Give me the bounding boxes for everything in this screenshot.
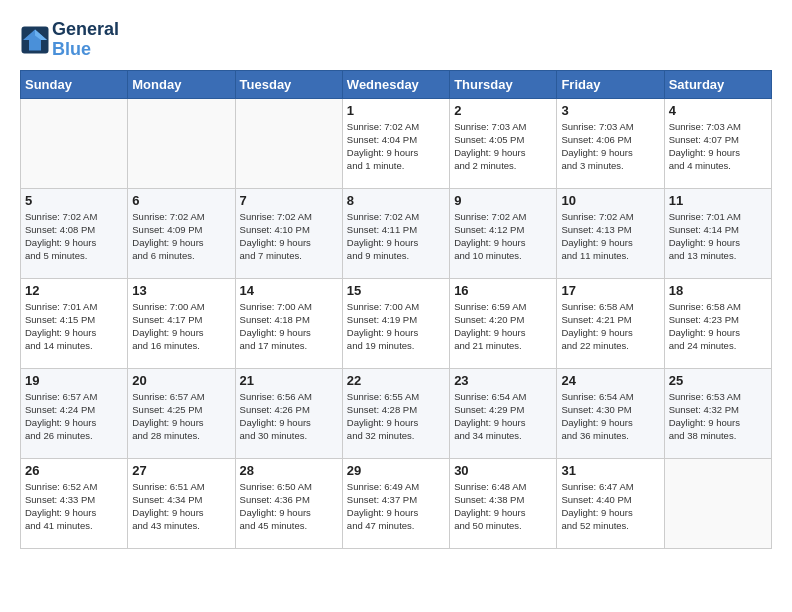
calendar-day-16: 16Sunrise: 6:59 AM Sunset: 4:20 PM Dayli…: [450, 278, 557, 368]
calendar-day-7: 7Sunrise: 7:02 AM Sunset: 4:10 PM Daylig…: [235, 188, 342, 278]
day-info: Sunrise: 7:03 AM Sunset: 4:06 PM Dayligh…: [561, 120, 659, 173]
calendar-day-empty: [128, 98, 235, 188]
day-number: 1: [347, 103, 445, 118]
calendar-day-empty: [21, 98, 128, 188]
calendar-day-18: 18Sunrise: 6:58 AM Sunset: 4:23 PM Dayli…: [664, 278, 771, 368]
day-number: 21: [240, 373, 338, 388]
calendar-table: SundayMondayTuesdayWednesdayThursdayFrid…: [20, 70, 772, 549]
day-number: 13: [132, 283, 230, 298]
day-info: Sunrise: 6:47 AM Sunset: 4:40 PM Dayligh…: [561, 480, 659, 533]
calendar-week-row: 19Sunrise: 6:57 AM Sunset: 4:24 PM Dayli…: [21, 368, 772, 458]
calendar-day-9: 9Sunrise: 7:02 AM Sunset: 4:12 PM Daylig…: [450, 188, 557, 278]
calendar-week-row: 26Sunrise: 6:52 AM Sunset: 4:33 PM Dayli…: [21, 458, 772, 548]
weekday-header-sunday: Sunday: [21, 70, 128, 98]
day-number: 27: [132, 463, 230, 478]
calendar-day-1: 1Sunrise: 7:02 AM Sunset: 4:04 PM Daylig…: [342, 98, 449, 188]
day-number: 10: [561, 193, 659, 208]
day-info: Sunrise: 6:53 AM Sunset: 4:32 PM Dayligh…: [669, 390, 767, 443]
day-info: Sunrise: 6:54 AM Sunset: 4:30 PM Dayligh…: [561, 390, 659, 443]
day-info: Sunrise: 7:01 AM Sunset: 4:15 PM Dayligh…: [25, 300, 123, 353]
day-number: 16: [454, 283, 552, 298]
day-number: 6: [132, 193, 230, 208]
day-number: 20: [132, 373, 230, 388]
day-number: 8: [347, 193, 445, 208]
day-info: Sunrise: 6:59 AM Sunset: 4:20 PM Dayligh…: [454, 300, 552, 353]
day-info: Sunrise: 6:54 AM Sunset: 4:29 PM Dayligh…: [454, 390, 552, 443]
calendar-day-8: 8Sunrise: 7:02 AM Sunset: 4:11 PM Daylig…: [342, 188, 449, 278]
day-number: 5: [25, 193, 123, 208]
day-number: 30: [454, 463, 552, 478]
logo-icon: [20, 25, 50, 55]
day-info: Sunrise: 7:02 AM Sunset: 4:11 PM Dayligh…: [347, 210, 445, 263]
calendar-week-row: 1Sunrise: 7:02 AM Sunset: 4:04 PM Daylig…: [21, 98, 772, 188]
day-info: Sunrise: 7:01 AM Sunset: 4:14 PM Dayligh…: [669, 210, 767, 263]
day-info: Sunrise: 6:52 AM Sunset: 4:33 PM Dayligh…: [25, 480, 123, 533]
day-number: 14: [240, 283, 338, 298]
calendar-day-4: 4Sunrise: 7:03 AM Sunset: 4:07 PM Daylig…: [664, 98, 771, 188]
day-info: Sunrise: 6:58 AM Sunset: 4:23 PM Dayligh…: [669, 300, 767, 353]
day-number: 31: [561, 463, 659, 478]
day-info: Sunrise: 6:49 AM Sunset: 4:37 PM Dayligh…: [347, 480, 445, 533]
day-number: 23: [454, 373, 552, 388]
day-info: Sunrise: 7:02 AM Sunset: 4:08 PM Dayligh…: [25, 210, 123, 263]
logo-general: General: [52, 20, 119, 40]
day-info: Sunrise: 7:00 AM Sunset: 4:18 PM Dayligh…: [240, 300, 338, 353]
calendar-day-30: 30Sunrise: 6:48 AM Sunset: 4:38 PM Dayli…: [450, 458, 557, 548]
day-info: Sunrise: 7:00 AM Sunset: 4:17 PM Dayligh…: [132, 300, 230, 353]
calendar-day-6: 6Sunrise: 7:02 AM Sunset: 4:09 PM Daylig…: [128, 188, 235, 278]
calendar-day-31: 31Sunrise: 6:47 AM Sunset: 4:40 PM Dayli…: [557, 458, 664, 548]
calendar-day-empty: [235, 98, 342, 188]
calendar-day-empty: [664, 458, 771, 548]
calendar-day-3: 3Sunrise: 7:03 AM Sunset: 4:06 PM Daylig…: [557, 98, 664, 188]
day-info: Sunrise: 6:57 AM Sunset: 4:24 PM Dayligh…: [25, 390, 123, 443]
calendar-day-11: 11Sunrise: 7:01 AM Sunset: 4:14 PM Dayli…: [664, 188, 771, 278]
calendar-day-15: 15Sunrise: 7:00 AM Sunset: 4:19 PM Dayli…: [342, 278, 449, 368]
day-number: 4: [669, 103, 767, 118]
day-number: 25: [669, 373, 767, 388]
weekday-header-monday: Monday: [128, 70, 235, 98]
calendar-day-29: 29Sunrise: 6:49 AM Sunset: 4:37 PM Dayli…: [342, 458, 449, 548]
day-info: Sunrise: 7:02 AM Sunset: 4:10 PM Dayligh…: [240, 210, 338, 263]
calendar-day-17: 17Sunrise: 6:58 AM Sunset: 4:21 PM Dayli…: [557, 278, 664, 368]
day-number: 22: [347, 373, 445, 388]
day-info: Sunrise: 6:50 AM Sunset: 4:36 PM Dayligh…: [240, 480, 338, 533]
day-number: 17: [561, 283, 659, 298]
day-info: Sunrise: 7:02 AM Sunset: 4:12 PM Dayligh…: [454, 210, 552, 263]
calendar-day-25: 25Sunrise: 6:53 AM Sunset: 4:32 PM Dayli…: [664, 368, 771, 458]
calendar-day-26: 26Sunrise: 6:52 AM Sunset: 4:33 PM Dayli…: [21, 458, 128, 548]
weekday-header-friday: Friday: [557, 70, 664, 98]
weekday-header-tuesday: Tuesday: [235, 70, 342, 98]
calendar-day-13: 13Sunrise: 7:00 AM Sunset: 4:17 PM Dayli…: [128, 278, 235, 368]
day-number: 28: [240, 463, 338, 478]
day-number: 11: [669, 193, 767, 208]
day-number: 15: [347, 283, 445, 298]
day-number: 24: [561, 373, 659, 388]
calendar-day-22: 22Sunrise: 6:55 AM Sunset: 4:28 PM Dayli…: [342, 368, 449, 458]
day-number: 2: [454, 103, 552, 118]
day-info: Sunrise: 6:51 AM Sunset: 4:34 PM Dayligh…: [132, 480, 230, 533]
day-info: Sunrise: 6:55 AM Sunset: 4:28 PM Dayligh…: [347, 390, 445, 443]
day-number: 9: [454, 193, 552, 208]
calendar-day-28: 28Sunrise: 6:50 AM Sunset: 4:36 PM Dayli…: [235, 458, 342, 548]
calendar-week-row: 12Sunrise: 7:01 AM Sunset: 4:15 PM Dayli…: [21, 278, 772, 368]
day-info: Sunrise: 7:03 AM Sunset: 4:05 PM Dayligh…: [454, 120, 552, 173]
calendar-day-5: 5Sunrise: 7:02 AM Sunset: 4:08 PM Daylig…: [21, 188, 128, 278]
day-info: Sunrise: 7:02 AM Sunset: 4:13 PM Dayligh…: [561, 210, 659, 263]
calendar-day-10: 10Sunrise: 7:02 AM Sunset: 4:13 PM Dayli…: [557, 188, 664, 278]
weekday-header-saturday: Saturday: [664, 70, 771, 98]
logo: General Blue: [20, 20, 119, 60]
calendar-day-14: 14Sunrise: 7:00 AM Sunset: 4:18 PM Dayli…: [235, 278, 342, 368]
day-info: Sunrise: 7:02 AM Sunset: 4:04 PM Dayligh…: [347, 120, 445, 173]
day-info: Sunrise: 6:57 AM Sunset: 4:25 PM Dayligh…: [132, 390, 230, 443]
calendar-day-21: 21Sunrise: 6:56 AM Sunset: 4:26 PM Dayli…: [235, 368, 342, 458]
calendar-day-19: 19Sunrise: 6:57 AM Sunset: 4:24 PM Dayli…: [21, 368, 128, 458]
day-number: 18: [669, 283, 767, 298]
day-number: 29: [347, 463, 445, 478]
day-number: 7: [240, 193, 338, 208]
calendar-week-row: 5Sunrise: 7:02 AM Sunset: 4:08 PM Daylig…: [21, 188, 772, 278]
day-info: Sunrise: 7:02 AM Sunset: 4:09 PM Dayligh…: [132, 210, 230, 263]
calendar-day-20: 20Sunrise: 6:57 AM Sunset: 4:25 PM Dayli…: [128, 368, 235, 458]
weekday-header-wednesday: Wednesday: [342, 70, 449, 98]
day-number: 19: [25, 373, 123, 388]
page-header: General Blue: [20, 20, 772, 60]
